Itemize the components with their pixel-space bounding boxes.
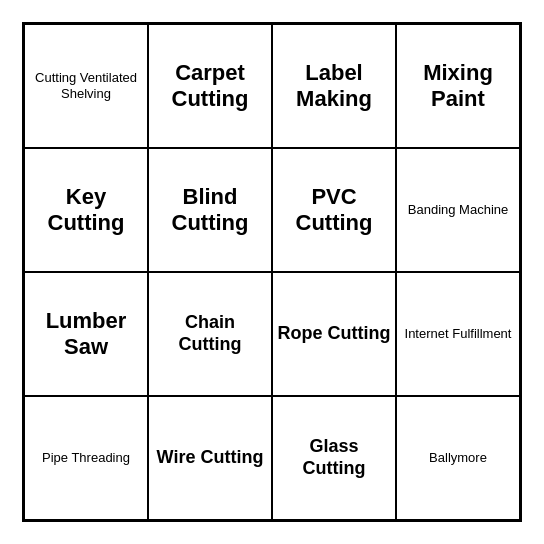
- cell-3: Mixing Paint: [396, 24, 520, 148]
- cell-14: Glass Cutting: [272, 396, 396, 520]
- bingo-grid: Cutting Ventilated ShelvingCarpet Cuttin…: [22, 22, 522, 522]
- cell-6: PVC Cutting: [272, 148, 396, 272]
- cell-2: Label Making: [272, 24, 396, 148]
- cell-8: Lumber Saw: [24, 272, 148, 396]
- cell-11: Internet Fulfillment: [396, 272, 520, 396]
- cell-0: Cutting Ventilated Shelving: [24, 24, 148, 148]
- cell-9: Chain Cutting: [148, 272, 272, 396]
- cell-1: Carpet Cutting: [148, 24, 272, 148]
- cell-5: Blind Cutting: [148, 148, 272, 272]
- cell-10: Rope Cutting: [272, 272, 396, 396]
- cell-13: Wire Cutting: [148, 396, 272, 520]
- cell-12: Pipe Threading: [24, 396, 148, 520]
- cell-4: Key Cutting: [24, 148, 148, 272]
- cell-7: Banding Machine: [396, 148, 520, 272]
- cell-15: Ballymore: [396, 396, 520, 520]
